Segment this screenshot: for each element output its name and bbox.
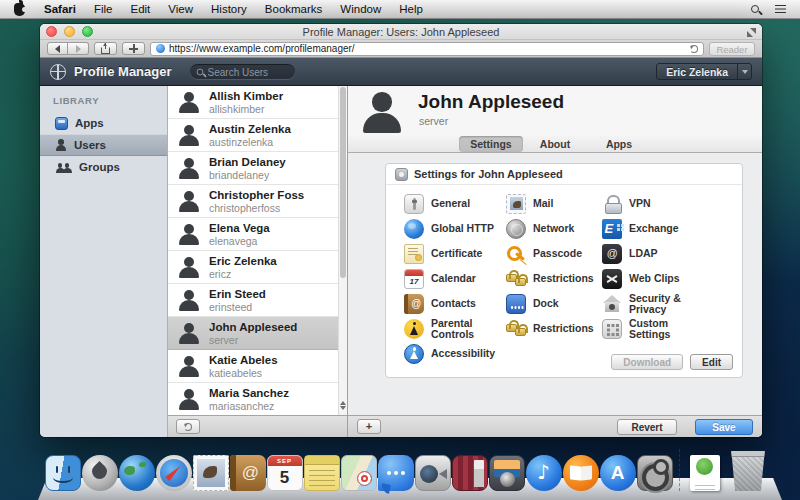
download-button[interactable]: Download xyxy=(611,354,683,370)
tab-settings[interactable]: Settings xyxy=(459,136,523,152)
setting-item-security-privacy[interactable]: Security & Privacy xyxy=(602,291,720,316)
dock-notes-icon[interactable] xyxy=(304,455,340,491)
list-item[interactable]: Austin Zelenkaaustinzelenka xyxy=(168,119,338,152)
dock-globe-icon[interactable] xyxy=(119,455,155,491)
url-input[interactable] xyxy=(169,43,686,54)
chevron-down-icon xyxy=(742,70,748,77)
dock-messages-icon[interactable] xyxy=(378,455,414,491)
menu-safari[interactable]: Safari xyxy=(35,0,85,19)
dock-app-store-icon[interactable] xyxy=(600,455,636,491)
setting-item-certificate[interactable]: Certificate xyxy=(404,241,506,266)
tab-about[interactable]: About xyxy=(523,136,587,152)
dock-documents-stack-icon[interactable] xyxy=(690,455,720,491)
dock-calendar-icon[interactable] xyxy=(267,455,303,491)
search-input[interactable] xyxy=(208,67,289,78)
scrollbar[interactable] xyxy=(338,86,347,415)
list-item[interactable]: Brian Delaneybriandelaney xyxy=(168,152,338,185)
dock-system-preferences-icon[interactable] xyxy=(637,455,673,491)
user-avatar-icon xyxy=(178,289,200,311)
share-button[interactable] xyxy=(94,42,117,55)
list-item[interactable]: Maria Sanchezmariasanchez xyxy=(168,383,338,415)
dock-finder-icon[interactable] xyxy=(45,455,81,491)
back-button[interactable] xyxy=(47,42,68,55)
menu-file[interactable]: File xyxy=(85,0,122,19)
apple-menu-icon[interactable] xyxy=(14,3,25,16)
dock-ibooks-icon[interactable] xyxy=(563,455,599,491)
dock-contacts-icon[interactable] xyxy=(230,455,266,491)
menu-window[interactable]: Window xyxy=(331,0,390,19)
web-clips-icon xyxy=(602,269,622,289)
scroll-down-icon[interactable] xyxy=(340,406,346,413)
list-item[interactable]: Eric Zelenkaericz xyxy=(168,251,338,284)
revert-button[interactable]: Revert xyxy=(617,419,677,435)
scroll-up-icon[interactable] xyxy=(340,398,346,405)
user-avatar-icon xyxy=(178,256,200,278)
setting-item-accessibility[interactable]: Accessibility xyxy=(404,341,506,366)
menu-view[interactable]: View xyxy=(159,0,202,19)
setting-item-calendar[interactable]: Calendar xyxy=(404,266,506,291)
spotlight-search-icon[interactable] xyxy=(751,5,759,13)
edit-button[interactable]: Edit xyxy=(690,354,733,370)
sidebar-section-label: LIBRARY xyxy=(40,95,167,106)
menu-bookmarks[interactable]: Bookmarks xyxy=(256,0,332,19)
setting-item-exchange[interactable]: Exchange xyxy=(602,216,720,241)
account-menu[interactable]: Eric Zelenka xyxy=(656,63,752,80)
restrictions-locks-icon xyxy=(506,319,526,339)
tab-apps[interactable]: Apps xyxy=(587,136,651,152)
setting-item-global-http[interactable]: Global HTTP xyxy=(404,216,506,241)
dock-iphoto-icon[interactable] xyxy=(489,455,525,491)
safari-window: Profile Manager: Users: John Appleseed R… xyxy=(40,24,762,437)
address-bar[interactable] xyxy=(150,42,704,56)
list-item[interactable]: Allish Kimberallishkimber xyxy=(168,86,338,119)
search-field[interactable] xyxy=(190,64,295,79)
setting-item-dock[interactable]: Dock xyxy=(506,291,602,316)
setting-item-restrictions-2[interactable]: Restrictions xyxy=(506,316,602,341)
setting-item-web-clips[interactable]: Web Clips xyxy=(602,266,720,291)
setting-item-mail[interactable]: Mail xyxy=(506,191,602,216)
setting-item-contacts[interactable]: Contacts xyxy=(404,291,506,316)
calendar-icon xyxy=(404,269,424,289)
reader-button[interactable]: Reader xyxy=(709,42,755,56)
menu-help[interactable]: Help xyxy=(390,0,432,19)
setting-item-custom-settings[interactable]: Custom Settings xyxy=(602,316,720,341)
dock-launchpad-icon[interactable] xyxy=(82,455,118,491)
list-item[interactable]: Katie Abeleskatieabeles xyxy=(168,350,338,383)
setting-item-general[interactable]: General xyxy=(404,191,506,216)
detail-user-subtitle: server xyxy=(419,115,448,127)
add-button[interactable]: + xyxy=(357,419,381,434)
forward-button[interactable] xyxy=(68,42,89,55)
setting-item-ldap[interactable]: LDAP xyxy=(602,241,720,266)
reload-icon[interactable] xyxy=(690,45,698,53)
dock-maps-icon[interactable] xyxy=(341,455,377,491)
dock-photo-booth-icon[interactable] xyxy=(452,455,488,491)
dock-facetime-icon[interactable] xyxy=(415,455,451,491)
add-tab-button[interactable] xyxy=(122,42,145,55)
list-item-selected[interactable]: John Appleseedserver xyxy=(168,317,338,350)
list-item[interactable]: Erin Steederinsteed xyxy=(168,284,338,317)
custom-settings-icon xyxy=(602,319,622,339)
menu-history[interactable]: History xyxy=(202,0,256,19)
dock-safari-icon[interactable] xyxy=(156,455,192,491)
title-bar[interactable]: Profile Manager: Users: John Appleseed xyxy=(40,24,762,40)
sidebar-item-apps[interactable]: Apps xyxy=(40,112,167,134)
dock-itunes-icon[interactable] xyxy=(526,455,562,491)
sidebar-item-users[interactable]: Users xyxy=(40,134,167,156)
setting-item-parental-controls[interactable]: Parental Controls xyxy=(404,316,506,341)
fullscreen-icon[interactable] xyxy=(747,28,756,37)
setting-item-vpn[interactable]: VPN xyxy=(602,191,720,216)
scrollbar-thumb[interactable] xyxy=(340,87,346,278)
sidebar-item-groups[interactable]: Groups xyxy=(40,156,167,178)
user-avatar-icon xyxy=(178,223,200,245)
dock-mail-icon[interactable] xyxy=(193,455,229,491)
save-button[interactable]: Save xyxy=(695,419,753,435)
share-icon xyxy=(101,47,110,54)
list-item[interactable]: Elena Vegaelenavega xyxy=(168,218,338,251)
menu-edit[interactable]: Edit xyxy=(122,0,160,19)
dock-trash-icon[interactable] xyxy=(729,451,767,491)
setting-item-restrictions[interactable]: Restrictions xyxy=(506,266,602,291)
list-item[interactable]: Christopher Fosschristopherfoss xyxy=(168,185,338,218)
refresh-button[interactable] xyxy=(176,419,200,434)
notification-center-icon[interactable] xyxy=(775,5,786,14)
setting-item-network[interactable]: Network xyxy=(506,216,602,241)
setting-item-passcode[interactable]: Passcode xyxy=(506,241,602,266)
